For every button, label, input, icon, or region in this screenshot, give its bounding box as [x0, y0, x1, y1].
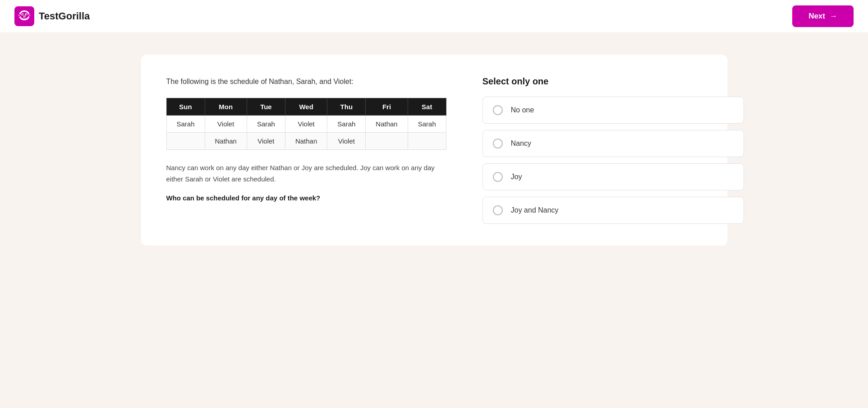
table-header-cell: Sun: [166, 98, 205, 116]
option-joy_and_nancy[interactable]: Joy and Nancy: [482, 197, 744, 224]
logo-area: TestGorilla: [14, 6, 90, 26]
table-header-row: SunMonTueWedThuFriSat: [166, 98, 446, 116]
table-header-cell: Sat: [408, 98, 446, 116]
table-header-cell: Tue: [247, 98, 285, 116]
table-cell: Nathan: [285, 133, 327, 150]
table-header-cell: Thu: [327, 98, 366, 116]
svg-point-11: [29, 14, 31, 16]
header: TestGorilla Next →: [0, 0, 868, 33]
table-header-cell: Mon: [205, 98, 247, 116]
question-card: The following is the schedule of Nathan,…: [141, 55, 727, 246]
option-label-nancy: Nancy: [511, 139, 531, 148]
table-cell: Sarah: [247, 116, 285, 133]
next-button[interactable]: Next →: [792, 5, 854, 27]
table-cell: Violet: [205, 116, 247, 133]
table-cell: Nathan: [366, 116, 408, 133]
table-cell: Sarah: [408, 116, 446, 133]
arrow-right-icon: →: [830, 12, 837, 21]
table-cell: Violet: [285, 116, 327, 133]
main-content: The following is the schedule of Nathan,…: [0, 33, 868, 267]
svg-point-12: [22, 17, 27, 20]
logo-text: TestGorilla: [39, 10, 90, 22]
svg-point-7: [23, 15, 26, 17]
option-list: No oneNancyJoyJoy and Nancy: [482, 97, 744, 224]
option-label-no_one: No one: [511, 106, 534, 114]
next-button-label: Next: [808, 12, 825, 21]
table-cell: Sarah: [166, 116, 205, 133]
question-intro: The following is the schedule of Nathan,…: [166, 76, 446, 87]
table-cell: Violet: [247, 133, 285, 150]
table-cell: [366, 133, 408, 150]
svg-point-6: [26, 14, 27, 15]
radio-joy_and_nancy: [493, 205, 503, 215]
option-no_one[interactable]: No one: [482, 97, 744, 124]
radio-nancy: [493, 139, 503, 148]
option-label-joy: Joy: [511, 173, 522, 181]
table-header-cell: Fri: [366, 98, 408, 116]
option-joy[interactable]: Joy: [482, 163, 744, 190]
select-label: Select only one: [482, 76, 744, 87]
radio-no_one: [493, 105, 503, 115]
svg-point-5: [22, 14, 23, 15]
option-nancy[interactable]: Nancy: [482, 130, 744, 157]
table-cell: Violet: [327, 133, 366, 150]
left-panel: The following is the schedule of Nathan,…: [166, 76, 446, 224]
question-text: Who can be scheduled for any day of the …: [166, 194, 446, 202]
table-cell: Nathan: [205, 133, 247, 150]
option-label-joy_and_nancy: Joy and Nancy: [511, 206, 559, 214]
table-row: NathanVioletNathanViolet: [166, 133, 446, 150]
table-header-cell: Wed: [285, 98, 327, 116]
table-cell: Sarah: [327, 116, 366, 133]
table-row: SarahVioletSarahVioletSarahNathanSarah: [166, 116, 446, 133]
table-cell: [408, 133, 446, 150]
radio-joy: [493, 172, 503, 182]
logo-icon: [14, 6, 34, 26]
schedule-table: SunMonTueWedThuFriSat SarahVioletSarahVi…: [166, 98, 446, 150]
right-panel: Select only one No oneNancyJoyJoy and Na…: [482, 76, 744, 224]
table-cell: [166, 133, 205, 150]
svg-point-10: [18, 14, 20, 16]
description-text: Nancy can work on any day either Nathan …: [166, 162, 446, 185]
